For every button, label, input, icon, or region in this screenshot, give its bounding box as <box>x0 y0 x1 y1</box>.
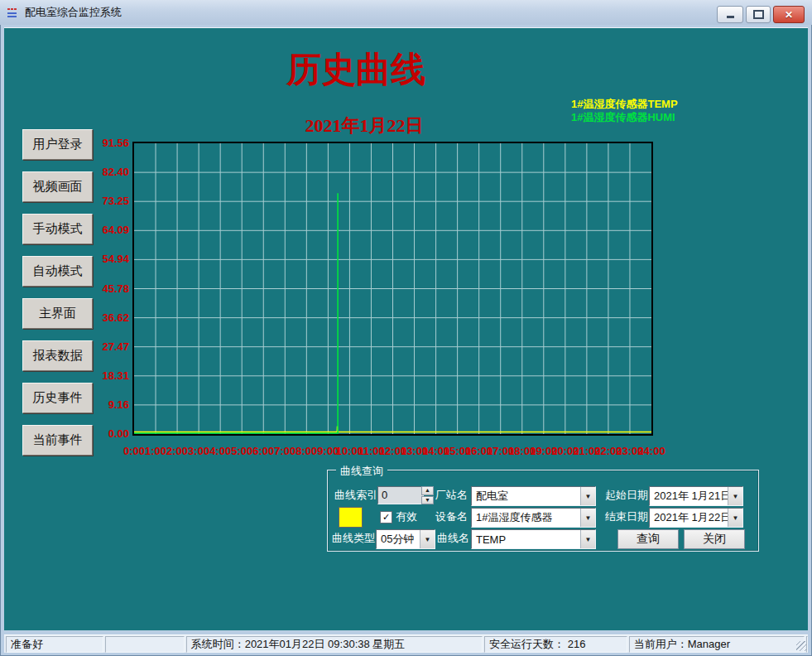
x-axis-label: 24:00 <box>635 445 668 457</box>
history-chart <box>132 142 653 436</box>
curve-type-select[interactable]: 05分钟 ▼ <box>376 529 435 549</box>
start-date-picker[interactable]: 2021年 1月21日 ▼ <box>649 486 743 506</box>
sidebar-button-4[interactable]: 主界面 <box>22 298 93 329</box>
app-icon <box>7 6 20 19</box>
legend-item-humi: 1#温湿度传感器HUMI <box>571 111 678 124</box>
sidebar-button-5[interactable]: 报表数据 <box>22 340 93 371</box>
y-axis-label: 9.16 <box>88 398 129 411</box>
chevron-down-icon[interactable]: ▼ <box>728 487 742 505</box>
curve-index-input[interactable]: 0 <box>377 486 424 504</box>
status-empty <box>105 636 184 653</box>
sidebar-button-7[interactable]: 当前事件 <box>22 425 93 456</box>
y-axis-label: 27.47 <box>88 340 129 353</box>
status-ready: 准备好 <box>6 636 103 653</box>
curve-index-spinner: ▲ ▼ <box>421 486 434 504</box>
chevron-down-icon[interactable]: ▼ <box>580 487 595 505</box>
client-area: 历史曲线 2021年1月22日 1#温湿度传感器TEMP1#温湿度传感器HUMI… <box>4 27 808 630</box>
end-date-value: 2021年 1月22日 <box>650 510 728 525</box>
resize-grip-icon <box>796 641 806 651</box>
sidebar: 用户登录视频画面手动模式自动模式主界面报表数据历史事件当前事件 <box>22 129 93 456</box>
chevron-down-icon[interactable]: ▼ <box>580 509 595 527</box>
curve-color-swatch[interactable] <box>339 507 363 528</box>
resize-grip[interactable] <box>806 636 808 653</box>
sidebar-button-6[interactable]: 历史事件 <box>22 383 93 413</box>
device-value: 1#温湿度传感器 <box>472 510 580 525</box>
start-date-label: 起始日期 <box>605 486 648 504</box>
valid-label: 有效 <box>396 508 417 526</box>
curve-name-value: TEMP <box>472 533 580 546</box>
y-axis-label: 82.40 <box>88 166 129 178</box>
device-label: 设备名 <box>435 508 468 526</box>
status-safe-days: 安全运行天数： 216 <box>484 636 627 653</box>
status-system-time: 系统时间：2021年01月22日 09:30:38 星期五 <box>186 636 483 653</box>
window-title: 配电室综合监控系统 <box>25 5 122 20</box>
valid-checkbox[interactable]: ✓ <box>380 511 392 523</box>
spinner-up-button[interactable]: ▲ <box>421 486 434 495</box>
curve-index-label: 曲线索引 <box>334 486 377 504</box>
maximize-button[interactable] <box>746 6 771 23</box>
sidebar-button-2[interactable]: 手动模式 <box>22 214 93 244</box>
y-axis-label: 18.31 <box>88 369 129 382</box>
maximize-icon <box>753 10 764 19</box>
chevron-down-icon[interactable]: ▼ <box>728 509 742 527</box>
minimize-icon <box>727 16 734 18</box>
sidebar-button-3[interactable]: 自动模式 <box>22 256 93 287</box>
curve-type-value: 05分钟 <box>377 532 420 547</box>
end-date-label: 结束日期 <box>605 508 648 526</box>
series-humi-line <box>134 193 338 433</box>
y-axis-label: 64.09 <box>88 224 129 236</box>
title-bar[interactable]: 配电室综合监控系统 ✕ <box>0 0 812 25</box>
station-value: 配电室 <box>472 489 580 504</box>
close-icon: ✕ <box>785 10 793 20</box>
spinner-down-button[interactable]: ▼ <box>421 496 434 505</box>
status-bar: 准备好系统时间：2021年01月22日 09:30:38 星期五安全运行天数： … <box>4 634 808 653</box>
minimize-button[interactable] <box>717 6 743 23</box>
y-axis-label: 45.78 <box>88 282 129 295</box>
y-axis-label: 91.56 <box>88 137 129 149</box>
window-controls: ✕ <box>717 6 805 23</box>
query-button[interactable]: 查询 <box>617 529 679 549</box>
curve-query-panel: 曲线查询 曲线索引 0 ▲ ▼ 厂站名 配电室 ▼ 起始日期 2021年 1月2… <box>327 470 759 552</box>
chart-canvas <box>134 143 651 434</box>
curve-type-label: 曲线类型 <box>332 529 375 547</box>
close-button[interactable]: ✕ <box>773 6 805 23</box>
sidebar-button-1[interactable]: 视频画面 <box>22 171 93 202</box>
curve-name-label: 曲线名 <box>437 529 469 547</box>
page-title: 历史曲线 <box>203 46 509 93</box>
sidebar-button-0[interactable]: 用户登录 <box>22 129 93 160</box>
curve-name-select[interactable]: TEMP ▼ <box>471 529 596 549</box>
status-current-user: 当前用户：Manager <box>629 636 805 653</box>
station-select[interactable]: 配电室 ▼ <box>471 486 596 506</box>
app-window: 配电室综合监控系统 ✕ 历史曲线 2021年1月22日 1#温湿度传感器TEMP… <box>0 0 812 656</box>
y-axis-label: 0.00 <box>88 427 129 440</box>
legend-item-temp: 1#温湿度传感器TEMP <box>571 98 678 111</box>
chart-date: 2021年1月22日 <box>252 113 476 138</box>
query-panel-title: 曲线查询 <box>336 464 387 479</box>
station-label: 厂站名 <box>435 486 468 504</box>
chevron-down-icon[interactable]: ▼ <box>420 530 435 548</box>
device-select[interactable]: 1#温湿度传感器 ▼ <box>471 508 596 528</box>
y-axis-label: 36.62 <box>88 311 129 324</box>
start-date-value: 2021年 1月21日 <box>650 489 728 504</box>
y-axis-label: 73.25 <box>88 195 129 207</box>
chart-legend: 1#温湿度传感器TEMP1#温湿度传感器HUMI <box>571 98 678 124</box>
chevron-down-icon[interactable]: ▼ <box>580 530 595 548</box>
close-panel-button[interactable]: 关闭 <box>684 529 745 549</box>
y-axis-label: 54.94 <box>88 253 129 265</box>
end-date-picker[interactable]: 2021年 1月22日 ▼ <box>649 508 743 528</box>
